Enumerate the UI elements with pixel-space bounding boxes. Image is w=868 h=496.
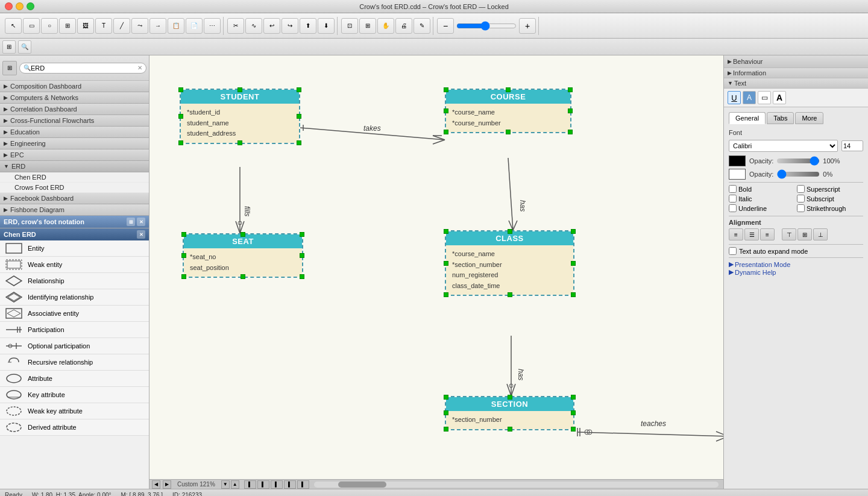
resize-handle-mr[interactable]: [571, 261, 576, 266]
minimize-button[interactable]: [16, 2, 24, 10]
shape-item-attribute[interactable]: Attribute: [0, 371, 149, 387]
font-family-select[interactable]: Calibri: [729, 140, 838, 152]
panel-grid-icon[interactable]: ⊞: [127, 218, 135, 226]
pg-3[interactable]: ▌: [271, 480, 283, 489]
align-top-btn[interactable]: ⊤: [782, 228, 796, 240]
shape-item-optional-participation[interactable]: Optional participation: [0, 338, 149, 354]
resize-handle-bm[interactable]: [508, 292, 512, 297]
cut-tool[interactable]: ✂: [227, 18, 244, 34]
zoom-slider[interactable]: [456, 21, 517, 31]
curve-tool[interactable]: ∿: [245, 18, 262, 34]
entity-seat[interactable]: SEAT *seat_no seat_position: [183, 233, 303, 278]
ellipse-tool[interactable]: ○: [41, 18, 58, 34]
grid-view-btn[interactable]: ⊞: [2, 40, 16, 54]
maximize-button[interactable]: [27, 2, 34, 10]
strikethrough-checkbox[interactable]: [797, 204, 805, 212]
actual-size-tool[interactable]: ⊞: [359, 18, 376, 34]
pg-4[interactable]: ▌: [284, 480, 296, 489]
search-input[interactable]: [31, 64, 137, 72]
bg-color-swatch[interactable]: [729, 169, 746, 180]
sidebar-section-crossfunctional[interactable]: ▶ Cross-Functional Flowcharts: [0, 115, 149, 127]
arrow-tool[interactable]: →: [149, 18, 166, 34]
panel-close-icon[interactable]: ✕: [137, 218, 145, 226]
resize-handle-ml[interactable]: [178, 114, 183, 119]
resize-handle-tm[interactable]: [508, 229, 512, 234]
entity-section[interactable]: SECTION *section_number: [445, 396, 574, 430]
sidebar-grid-btn[interactable]: ⊞: [2, 61, 17, 75]
bg-color-tool[interactable]: ▭: [758, 91, 771, 104]
note-tool[interactable]: 📋: [168, 18, 184, 34]
canvas-area[interactable]: takes fills has: [149, 55, 723, 479]
resize-handle-br[interactable]: [300, 274, 304, 279]
align-left-btn[interactable]: ≡: [729, 228, 743, 240]
resize-handle-bl[interactable]: [181, 274, 186, 279]
resize-handle-ml[interactable]: [444, 410, 448, 415]
search-clear-btn[interactable]: ✕: [137, 64, 142, 71]
text-tool[interactable]: T: [95, 18, 112, 34]
opacity-slider-1[interactable]: [777, 159, 819, 163]
resize-handle-bm[interactable]: [506, 130, 511, 134]
shape-item-associative-entity[interactable]: Associative entity: [0, 306, 149, 322]
subscript-checkbox[interactable]: [797, 195, 805, 202]
underline-tool[interactable]: U: [728, 91, 741, 104]
entity-class[interactable]: CLASS *course_name *section_number num_r…: [445, 230, 574, 296]
resize-handle-mr[interactable]: [297, 114, 301, 119]
print-tool[interactable]: 🖨: [395, 18, 412, 34]
resize-handle-tm[interactable]: [237, 87, 242, 92]
shape-item-participation[interactable]: Participation: [0, 322, 149, 338]
sidebar-section-composition[interactable]: ▶ Composition Dashboard: [0, 81, 149, 92]
resize-handle-tr[interactable]: [300, 232, 304, 237]
redo-tool[interactable]: ↪: [281, 18, 298, 34]
horizontal-scrollbar[interactable]: ◀ ▶ Custom 121% ▼ ▲ ▌ ▌ ▌ ▌ ▌: [149, 479, 723, 489]
resize-handle-tr[interactable]: [571, 229, 576, 234]
font-size-input[interactable]: [841, 140, 863, 151]
resize-handle-tl[interactable]: [444, 87, 448, 92]
italic-checkbox[interactable]: [729, 195, 737, 202]
resize-handle-ml[interactable]: [444, 261, 448, 266]
shape-item-weak-key-attribute[interactable]: Weak key attribute: [0, 403, 149, 419]
shape-item-weak-entity[interactable]: Weak entity: [0, 257, 149, 273]
resize-handle-tr[interactable]: [568, 87, 573, 92]
rp-behaviour[interactable]: ▶ Behaviour: [728, 58, 763, 65]
shape-item-key-attribute[interactable]: Key attribute: [0, 387, 149, 403]
resize-handle-bl[interactable]: [444, 427, 448, 432]
resize-handle-br[interactable]: [571, 427, 576, 432]
zoom-out-btn[interactable]: −: [437, 18, 454, 34]
undo-tool[interactable]: ↩: [263, 18, 280, 34]
pencil-tool[interactable]: ✎: [414, 18, 430, 34]
sidebar-section-erd[interactable]: ▼ ERD: [0, 161, 149, 172]
resize-handle-bl[interactable]: [444, 292, 448, 297]
hscroll-thumb[interactable]: [338, 482, 386, 488]
shape-item-relationship[interactable]: Relationship: [0, 273, 149, 289]
table-tool[interactable]: ⊞: [59, 18, 76, 34]
page-prev-btn[interactable]: ◀: [152, 480, 160, 489]
resize-handle-tl[interactable]: [444, 395, 448, 400]
resize-handle-tl[interactable]: [444, 229, 448, 234]
resize-handle-bm[interactable]: [508, 427, 512, 432]
pan-tool[interactable]: ✋: [377, 18, 394, 34]
rp-text[interactable]: ▼ Text: [728, 80, 864, 87]
resize-handle-tm[interactable]: [508, 395, 512, 400]
dynamic-help-link[interactable]: ▶ Dynamic Help: [729, 268, 863, 276]
resize-handle-mr[interactable]: [571, 410, 576, 415]
superscript-checkbox[interactable]: [797, 185, 805, 193]
resize-handle-mr[interactable]: [300, 253, 304, 258]
tab-general[interactable]: General: [729, 112, 766, 124]
resize-handle-tr[interactable]: [571, 395, 576, 400]
resize-handle-bl[interactable]: [444, 130, 448, 134]
shape-item-derived-attribute[interactable]: Derived attribute: [0, 419, 149, 436]
resize-handle-tr[interactable]: [297, 87, 301, 92]
hscroll-track[interactable]: [314, 482, 719, 488]
sidebar-section-epc[interactable]: ▶ EPC: [0, 149, 149, 161]
close-button[interactable]: [5, 2, 13, 10]
resize-handle-tl[interactable]: [178, 87, 183, 92]
page-size-up[interactable]: ▲: [231, 480, 239, 489]
sidebar-section-correlation[interactable]: ▶ Correlation Dashboard: [0, 104, 149, 115]
resize-handle-ml[interactable]: [181, 253, 186, 258]
text-color-swatch[interactable]: [729, 155, 746, 166]
resize-handle-br[interactable]: [297, 140, 301, 145]
pg-1[interactable]: ▌: [244, 480, 256, 489]
panel-close-icon2[interactable]: ✕: [137, 230, 145, 239]
sidebar-section-education[interactable]: ▶ Education: [0, 127, 149, 138]
fit-page-tool[interactable]: ⊡: [341, 18, 358, 34]
